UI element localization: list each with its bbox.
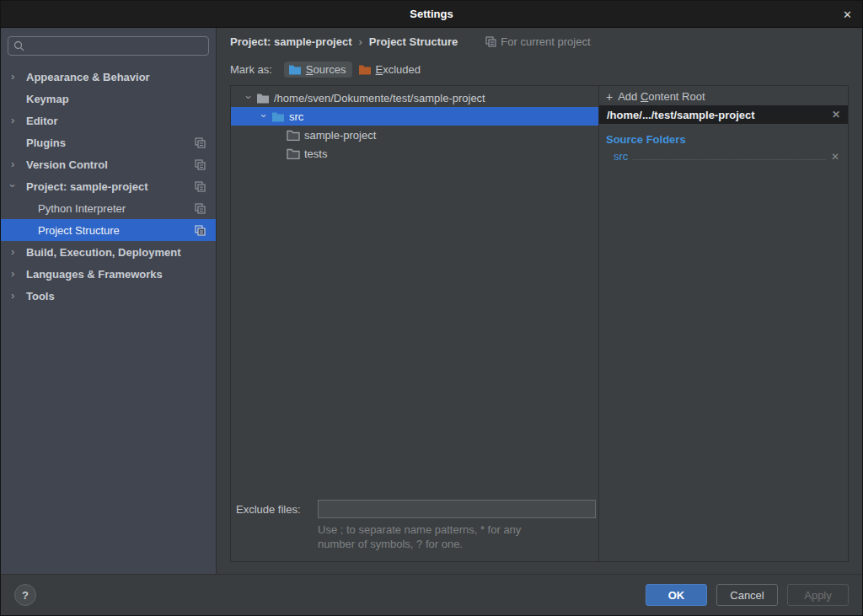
mark-as-label: Mark as: — [230, 63, 272, 76]
breadcrumb-separator: › — [359, 35, 362, 48]
current-project-icon — [194, 224, 206, 236]
source-folder-entry[interactable]: src ✕ — [599, 148, 848, 165]
mark-as-toolbar: Mark as: Sources Excluded — [230, 58, 849, 80]
content-root-entry[interactable]: /home/.../test/sample-project ✕ — [599, 105, 848, 124]
source-folder-icon — [271, 110, 285, 122]
exclude-files-input[interactable] — [318, 500, 596, 518]
sidebar-item-plugins[interactable]: Plugins — [1, 131, 216, 153]
mark-as-sources-button[interactable]: Sources — [284, 62, 352, 78]
search-box[interactable] — [8, 36, 209, 56]
chevron-right-icon[interactable]: › — [11, 158, 26, 171]
main-panel: Project: sample-project › Project Struct… — [217, 28, 862, 574]
current-project-icon — [194, 202, 206, 214]
tree-row-tests[interactable]: tests — [231, 144, 598, 163]
apply-button: Apply — [787, 584, 849, 606]
chevron-down-icon[interactable]: › — [241, 92, 256, 104]
exclude-files-row: Exclude files: — [231, 500, 598, 518]
breadcrumb: Project: sample-project › Project Struct… — [230, 28, 849, 55]
plus-icon: + — [606, 90, 613, 104]
sidebar-item-editor[interactable]: › Editor — [1, 110, 216, 131]
scope-indicator: For current project — [485, 35, 590, 48]
content-root-path: /home/.../test/sample-project — [607, 109, 755, 121]
exclude-files-hint: Use ; to separate name patterns, * for a… — [318, 522, 604, 551]
folder-icon — [287, 147, 300, 159]
sidebar-item-version-control[interactable]: › Version Control — [1, 153, 216, 175]
sidebar-item-project[interactable]: › Project: sample-project — [1, 175, 216, 197]
source-folders-heading: Source Folders — [606, 133, 841, 146]
sidebar-nav: › Appearance & Behavior Keymap › Editor … — [1, 66, 216, 307]
tree-row-content-root[interactable]: › /home/sven/Dokumente/test/sample-proje… — [231, 88, 598, 107]
sidebar-item-build-execution-deployment[interactable]: › Build, Execution, Deployment — [1, 241, 216, 263]
help-button[interactable]: ? — [14, 584, 36, 606]
chevron-down-icon[interactable]: › — [256, 110, 271, 123]
sidebar-item-appearance-behavior[interactable]: › Appearance & Behavior — [1, 66, 216, 88]
add-content-root-button[interactable]: + Add Content Root — [599, 88, 848, 105]
breadcrumb-project: Project: sample-project — [230, 35, 352, 48]
title-bar: Settings ✕ — [1, 1, 862, 28]
directory-tree: › /home/sven/Dokumente/test/sample-proje… — [231, 86, 598, 163]
current-project-icon — [194, 158, 206, 170]
source-folder-name: src — [614, 150, 628, 163]
search-input[interactable] — [29, 40, 203, 52]
sidebar-item-project-structure[interactable]: Project Structure — [1, 219, 216, 241]
current-project-icon — [194, 180, 206, 192]
sidebar-item-python-interpreter[interactable]: Python Interpreter — [1, 197, 216, 219]
chevron-right-icon[interactable]: › — [11, 290, 26, 303]
breadcrumb-page: Project Structure — [369, 35, 458, 48]
help-icon: ? — [22, 589, 29, 602]
excluded-folder-icon — [358, 63, 372, 75]
tree-row-sample-project[interactable]: sample-project — [231, 126, 598, 144]
tree-row-src[interactable]: › src — [231, 107, 598, 126]
search-icon — [13, 40, 24, 51]
mark-as-excluded-button[interactable]: Excluded — [354, 62, 426, 78]
exclude-files-label: Exclude files: — [236, 503, 318, 516]
chevron-right-icon[interactable]: › — [11, 268, 26, 281]
source-folder-icon — [288, 63, 302, 75]
chevron-right-icon[interactable]: › — [11, 115, 26, 127]
dotted-leader — [633, 148, 826, 160]
cancel-button[interactable]: Cancel — [716, 584, 778, 606]
current-project-icon — [194, 137, 206, 148]
current-project-icon — [485, 35, 496, 47]
remove-content-root-icon[interactable]: ✕ — [832, 109, 840, 121]
dialog-footer: ? OK Cancel Apply — [1, 574, 862, 615]
content-roots-panel: + Add Content Root /home/.../test/sample… — [599, 86, 848, 561]
ok-button[interactable]: OK — [646, 584, 707, 606]
chevron-down-icon[interactable]: › — [11, 180, 26, 193]
sidebar-item-keymap[interactable]: Keymap — [1, 88, 216, 110]
settings-sidebar: › Appearance & Behavior Keymap › Editor … — [1, 28, 217, 574]
close-icon[interactable]: ✕ — [843, 1, 852, 28]
chevron-right-icon[interactable]: › — [11, 71, 26, 83]
sidebar-item-languages-frameworks[interactable]: › Languages & Frameworks — [1, 263, 216, 285]
settings-dialog: Settings ✕ › Appearance & Behavior Keyma… — [0, 0, 863, 616]
folder-icon — [256, 92, 270, 104]
folder-icon — [287, 129, 300, 141]
sidebar-item-tools[interactable]: › Tools — [1, 285, 216, 307]
chevron-right-icon[interactable]: › — [11, 246, 26, 259]
window-title: Settings — [410, 8, 453, 20]
remove-source-folder-icon[interactable]: ✕ — [831, 151, 839, 163]
content-root-tree-panel: › /home/sven/Dokumente/test/sample-proje… — [231, 86, 599, 561]
